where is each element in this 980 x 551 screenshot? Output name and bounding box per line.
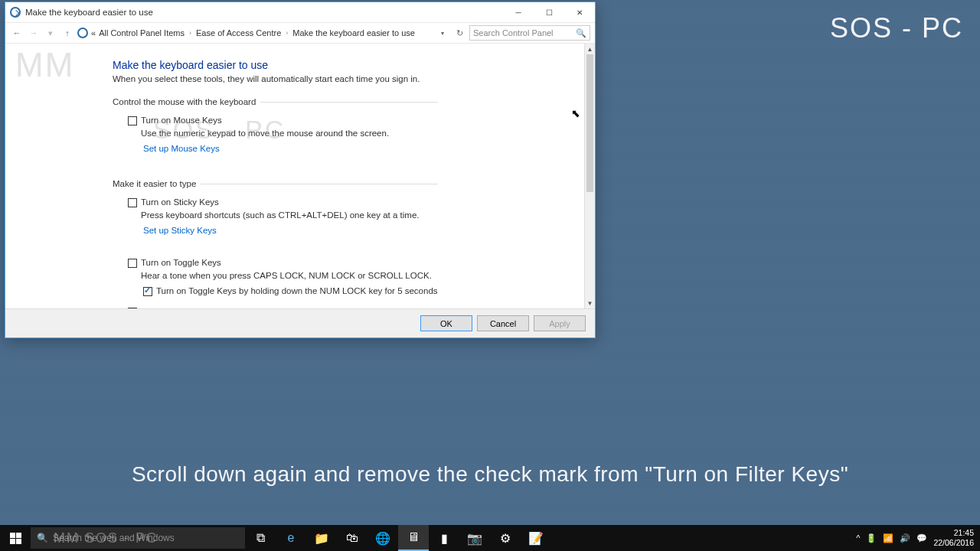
recent-dropdown[interactable]: ▾ <box>44 26 57 40</box>
file-explorer-icon[interactable]: 📁 <box>306 525 337 551</box>
apply-button: Apply <box>534 315 586 331</box>
ease-of-access-icon <box>10 7 21 18</box>
taskbar-search[interactable]: 🔍 Search the web and Windows MM SOS - PC <box>31 527 245 549</box>
desc-mouse-keys: Use the numeric keypad to move the mouse… <box>141 129 438 138</box>
search-icon: 🔍 <box>37 533 48 543</box>
address-bar: ← → ▾ ↑ « All Control Panel Items › Ease… <box>5 22 595 44</box>
cmd-icon[interactable]: ▮ <box>429 525 459 551</box>
chevron-right-icon: › <box>286 29 288 37</box>
button-bar: OK Cancel Apply <box>5 308 595 337</box>
watermark-taskbar: MM SOS - PC <box>54 530 158 546</box>
desc-sticky-keys: Press keyboard shortcuts (such as CTRL+A… <box>141 210 438 220</box>
date: 22/06/2016 <box>933 538 974 548</box>
breadcrumb-allitems[interactable]: All Control Panel Items <box>99 28 185 37</box>
checkbox-toggle-keys-numlock[interactable] <box>143 287 152 296</box>
checkbox-toggle-keys[interactable] <box>128 259 137 268</box>
label-filter-keys: Turn on Filter Keys <box>141 307 215 308</box>
search-input[interactable]: Search Control Panel 🔍 <box>469 25 590 41</box>
system-tray: ^ 🔋 📶 🔊 💬 21:45 22/06/2016 <box>850 528 980 547</box>
mouse-cursor-icon: ⬉ <box>571 107 580 119</box>
up-button[interactable]: ↑ <box>60 26 74 40</box>
main-content: Make the keyboard easier to use When you… <box>5 44 484 308</box>
chevron-right-icon: › <box>189 29 191 37</box>
action-center-icon[interactable]: 💬 <box>916 533 927 543</box>
scroll-up-icon[interactable]: ▲ <box>585 44 595 54</box>
search-placeholder: Search Control Panel <box>473 28 554 37</box>
task-view-icon[interactable]: ⧉ <box>245 525 276 551</box>
minimize-button[interactable]: ─ <box>503 2 534 22</box>
desc-toggle-keys: Hear a tone when you press CAPS LOCK, NU… <box>141 271 438 280</box>
time: 21:45 <box>933 528 974 538</box>
app-icon-3[interactable]: 📝 <box>521 525 551 551</box>
label-sticky-keys: Turn on Sticky Keys <box>141 197 219 207</box>
breadcrumb-ease[interactable]: Ease of Access Centre <box>196 28 281 37</box>
cancel-button[interactable]: Cancel <box>477 315 529 331</box>
label-mouse-keys: Turn on Mouse Keys <box>141 116 222 125</box>
group-mouse-title: Control the mouse with the keyboard <box>113 97 256 106</box>
control-panel-taskbar-icon[interactable]: 🖥 <box>398 525 429 551</box>
clock[interactable]: 21:45 22/06/2016 <box>933 528 974 547</box>
watermark-top-left: MM <box>15 46 74 84</box>
start-button[interactable] <box>0 525 31 551</box>
store-icon[interactable]: 🛍 <box>337 525 368 551</box>
taskbar: 🔍 Search the web and Windows MM SOS - PC… <box>0 525 980 551</box>
app-icon-2[interactable]: ⚙ <box>490 525 521 551</box>
titlebar[interactable]: Make the keyboard easier to use ─ ☐ ✕ <box>5 2 595 22</box>
chrome-icon[interactable]: 🌐 <box>368 525 398 551</box>
edge-icon[interactable]: e <box>276 525 306 551</box>
link-setup-sticky-keys[interactable]: Set up Sticky Keys <box>143 226 217 235</box>
back-button[interactable]: ← <box>10 26 24 40</box>
window-title: Make the keyboard easier to use <box>25 8 153 17</box>
checkbox-filter-keys[interactable] <box>128 308 137 308</box>
search-icon[interactable]: 🔍 <box>576 28 586 38</box>
label-toggle-keys-numlock: Turn on Toggle Keys by holding down the … <box>156 286 438 295</box>
ok-button[interactable]: OK <box>420 315 472 331</box>
volume-icon[interactable]: 🔊 <box>900 533 910 543</box>
wifi-icon[interactable]: 📶 <box>883 533 893 543</box>
group-type-title: Make it easier to type <box>113 179 196 188</box>
refresh-button[interactable]: ↻ <box>452 26 466 40</box>
address-dropdown[interactable]: ▾ <box>436 26 449 40</box>
scroll-down-icon[interactable]: ▼ <box>585 298 595 308</box>
close-button[interactable]: ✕ <box>564 2 595 22</box>
label-toggle-keys: Turn on Toggle Keys <box>141 258 221 267</box>
checkbox-sticky-keys[interactable] <box>128 198 137 207</box>
forward-button[interactable]: → <box>27 26 41 40</box>
scrollbar[interactable]: ▲ ▼ <box>584 44 595 308</box>
control-panel-window: Make the keyboard easier to use ─ ☐ ✕ ← … <box>5 2 596 338</box>
link-setup-mouse-keys[interactable]: Set up Mouse Keys <box>143 144 220 153</box>
app-icon-1[interactable]: 📷 <box>459 525 490 551</box>
watermark-top-right: SOS - PC <box>830 12 963 44</box>
checkbox-mouse-keys[interactable] <box>128 116 137 126</box>
page-heading: Make the keyboard easier to use <box>113 59 438 71</box>
scroll-thumb[interactable] <box>586 54 593 192</box>
tray-chevron-up-icon[interactable]: ^ <box>856 533 860 543</box>
breadcrumb-keyboard[interactable]: Make the keyboard easier to use <box>292 28 415 37</box>
maximize-button[interactable]: ☐ <box>534 2 564 22</box>
instruction-caption: Scroll down again and remove the check m… <box>0 462 980 487</box>
page-intro: When you select these tools, they will a… <box>113 74 438 83</box>
battery-icon[interactable]: 🔋 <box>866 533 877 543</box>
breadcrumb-pre: « <box>91 28 96 37</box>
address-icon <box>77 28 88 38</box>
